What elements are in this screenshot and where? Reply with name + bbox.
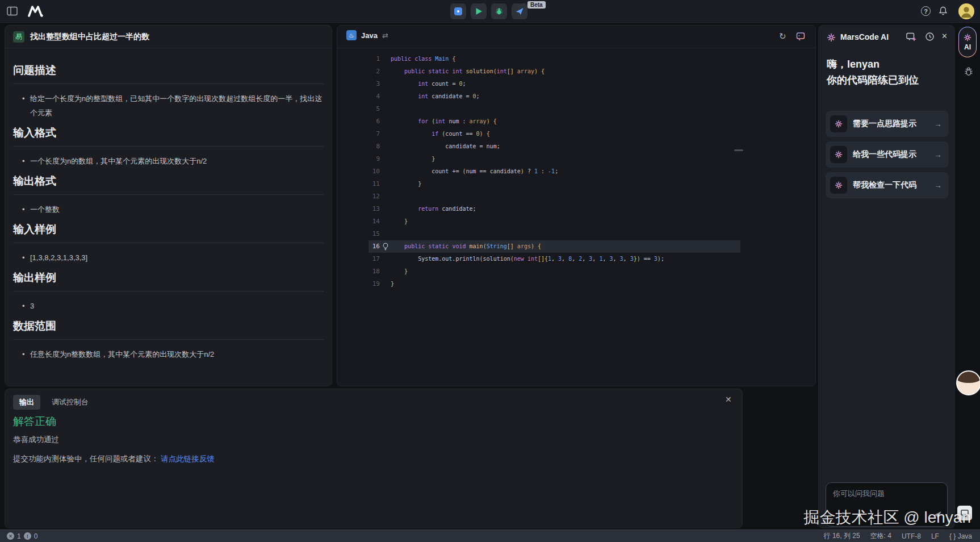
code-line[interactable]: 8 candidate = num; xyxy=(337,140,815,153)
code-line[interactable]: 1public class Main { xyxy=(337,53,815,65)
line-number: 13 xyxy=(337,203,380,215)
reset-code-icon[interactable]: ↻ xyxy=(779,31,786,41)
arrow-right-icon: → xyxy=(934,172,942,198)
section-input-sample: 输入样例 [1,3,8,2,3,1,3,3,3] xyxy=(13,222,324,265)
status-bar: ✕ 1 ! 0 行 16, 列 25 空格: 4 UTF-8 LF { } Ja… xyxy=(0,530,980,542)
feedback-link[interactable]: 请点此链接反馈 xyxy=(161,455,215,463)
language-label: Java xyxy=(958,532,972,540)
language-mode[interactable]: { } Java xyxy=(949,532,972,540)
person-icon xyxy=(958,3,974,19)
code-line[interactable]: 3 int count = 0; xyxy=(337,78,815,90)
code-line[interactable]: 18 } xyxy=(337,265,815,278)
ai-mascot-avatar[interactable] xyxy=(956,370,980,395)
code-line[interactable]: 5 xyxy=(337,103,815,115)
line-number: 14 xyxy=(337,215,380,228)
code-line[interactable]: 19} xyxy=(337,278,815,290)
warning-count: 0 xyxy=(34,532,38,540)
line-number: 7 xyxy=(337,128,380,140)
close-output-icon[interactable]: ✕ xyxy=(725,395,732,404)
indent-setting[interactable]: 空格: 4 xyxy=(870,531,891,541)
lightbulb-icon xyxy=(382,243,389,251)
line-number: 3 xyxy=(337,78,380,90)
code-line[interactable]: 14 } xyxy=(337,215,815,228)
editor-tab-label: Java xyxy=(361,31,378,40)
stop-icon xyxy=(454,7,462,15)
section-bullet: 3 xyxy=(13,299,324,313)
ai-greeting-name: 嗨，lenyan xyxy=(827,57,880,71)
section-output-format: 输出格式 一个整数 xyxy=(13,174,324,216)
close-ai-panel-icon[interactable]: ✕ xyxy=(941,32,948,40)
code-line[interactable]: 10 count += (num == candidate) ? 1 : -1; xyxy=(337,165,815,178)
output-panel: 输出 调试控制台 ✕ 解答正确 恭喜成功通过 提交功能内测体验中，任何问题或者建… xyxy=(5,389,743,528)
line-number: 16 xyxy=(337,240,380,253)
sparkle-icon xyxy=(830,146,847,163)
sidebar-toggle-icon[interactable] xyxy=(7,6,18,18)
debug-button[interactable] xyxy=(491,3,507,19)
tab-output[interactable]: 输出 xyxy=(13,395,40,410)
editor-scrollbar-thumb[interactable] xyxy=(734,149,743,151)
code-line[interactable]: 7 if (count == 0) { xyxy=(337,128,815,140)
problem-title: 找出整型数组中占比超过一半的数 xyxy=(30,32,149,42)
section-heading: 输出格式 xyxy=(13,174,324,195)
error-icon: ✕ xyxy=(7,532,14,540)
java-icon: ♨ xyxy=(346,30,357,40)
line-number: 15 xyxy=(337,228,380,240)
cursor-position[interactable]: 行 16, 列 25 xyxy=(824,531,860,541)
marscode-ai-panel: MarsCode AI ✕ 嗨，lenyan 你的代码陪练已到位 需要一点思路提… xyxy=(818,25,955,528)
code-line[interactable]: 6 for (int num : array) { xyxy=(337,115,815,128)
code-lines[interactable]: 1public class Main {2 public static int … xyxy=(337,53,815,290)
play-icon xyxy=(475,7,483,15)
code-line[interactable]: 9 } xyxy=(337,153,815,165)
problem-panel: 易 找出整型数组中占比超过一半的数 问题描述 给定一个长度为n的整型数组，已知其… xyxy=(5,25,332,386)
code-line[interactable]: 12 xyxy=(337,190,815,203)
sparkle-icon xyxy=(830,177,847,194)
code-line[interactable]: 2 public static int solution(int[] array… xyxy=(337,65,815,78)
section-bullet: 一个长度为n的数组，其中某个元素的出现次数大于n/2 xyxy=(13,154,324,168)
code-line[interactable]: 16 public static void main(String[] args… xyxy=(337,240,815,253)
run-button[interactable] xyxy=(471,3,487,19)
feedback-line: 提交功能内测体验中，任何问题或者建议： 请点此链接反馈 xyxy=(13,454,215,464)
line-number: 11 xyxy=(337,178,380,190)
arrow-right-icon: → xyxy=(934,111,942,137)
code-line[interactable]: 17 System.out.println(solution(new int[]… xyxy=(337,253,815,265)
problems-status[interactable]: ✕ 1 ! 0 xyxy=(0,532,37,540)
error-count: 1 xyxy=(17,532,21,540)
result-title: 解答正确 xyxy=(13,414,56,429)
top-bar: Beta ? xyxy=(0,0,980,23)
feedback-text: 提交功能内测体验中，任何问题或者建议： xyxy=(13,455,159,463)
watermark: 掘金技术社区 @ lenyan xyxy=(804,507,971,528)
line-number: 8 xyxy=(337,140,380,153)
new-chat-icon[interactable] xyxy=(906,31,916,44)
section-heading: 问题描述 xyxy=(13,63,324,84)
bell-icon[interactable] xyxy=(938,6,948,19)
eol-setting[interactable]: LF xyxy=(931,532,939,540)
tab-debug-console[interactable]: 调试控制台 xyxy=(52,397,89,407)
encoding[interactable]: UTF-8 xyxy=(902,532,921,540)
code-line[interactable]: 11 } xyxy=(337,178,815,190)
suggestion-idea-hint[interactable]: 需要一点思路提示 → xyxy=(826,111,949,137)
line-number: 1 xyxy=(337,53,380,65)
code-line[interactable]: 15 xyxy=(337,228,815,240)
code-line[interactable]: 4 int candidate = 0; xyxy=(337,90,815,103)
marscode-logo[interactable] xyxy=(26,4,44,21)
history-icon[interactable] xyxy=(924,31,935,44)
help-icon[interactable]: ? xyxy=(921,6,931,16)
line-number: 2 xyxy=(337,65,380,78)
line-number: 17 xyxy=(337,253,380,265)
sparkle-icon xyxy=(830,115,847,132)
line-number: 9 xyxy=(337,153,380,165)
suggestion-check-code[interactable]: 帮我检查一下代码 → xyxy=(826,172,949,198)
line-number: 6 xyxy=(337,115,380,128)
debug-sidebar-icon[interactable] xyxy=(963,66,974,80)
tab-java[interactable]: ♨ Java ⇄ xyxy=(346,30,388,40)
ai-sidebar-tab[interactable]: AI xyxy=(958,27,977,57)
ai-chat-icon[interactable] xyxy=(796,32,805,43)
suggestion-code-hint[interactable]: 给我一些代码提示 → xyxy=(826,141,949,168)
code-line[interactable]: 13 return candidate; xyxy=(337,203,815,215)
user-avatar[interactable] xyxy=(958,3,974,19)
stop-button[interactable] xyxy=(450,3,466,19)
section-problem-desc: 问题描述 给定一个长度为n的整型数组，已知其中一个数字的出现次数超过数组长度的一… xyxy=(13,63,324,120)
submit-button[interactable] xyxy=(512,3,527,19)
line-number: 12 xyxy=(337,190,380,203)
language-switch-icon[interactable]: ⇄ xyxy=(382,31,388,40)
